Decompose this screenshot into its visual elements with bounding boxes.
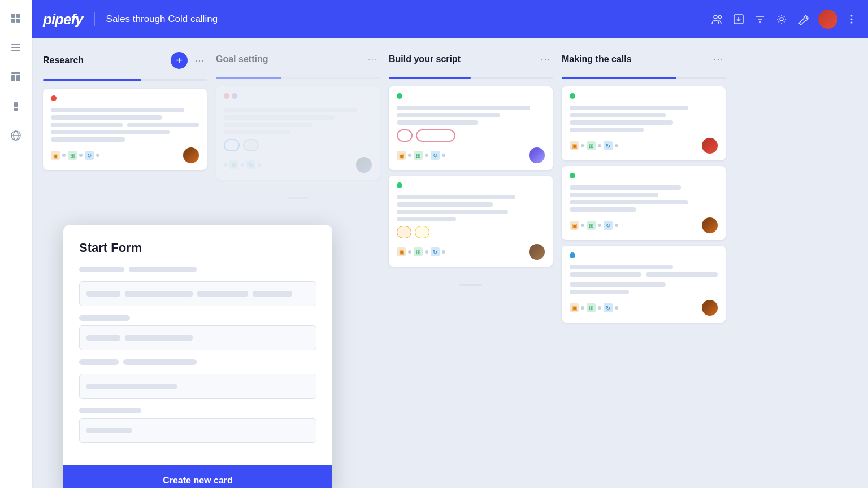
- card-action-icon[interactable]: ↻: [604, 141, 613, 150]
- form-input-3[interactable]: [79, 374, 316, 399]
- card-dot-green: [570, 173, 575, 178]
- add-card-research-button[interactable]: +: [171, 52, 188, 69]
- card-goal-1[interactable]: ⊞ ↻: [216, 86, 380, 180]
- card-action-icon[interactable]: ▣: [397, 247, 406, 256]
- dot: [598, 306, 601, 310]
- svg-rect-4: [11, 44, 20, 45]
- card-line: [397, 113, 500, 117]
- card-line: [397, 202, 493, 207]
- input-placeholder: [125, 335, 193, 341]
- card-action-icon[interactable]: ⊞: [587, 221, 596, 230]
- filter-icon[interactable]: [754, 13, 766, 25]
- card-action-icon[interactable]: ↻: [431, 247, 440, 256]
- modal-body: Start Form: [63, 225, 332, 465]
- form-input-1[interactable]: [79, 281, 316, 306]
- sidebar-item-globe[interactable]: [7, 127, 25, 145]
- column-more-calls[interactable]: ⋯: [711, 52, 726, 67]
- form-field-2: [79, 315, 316, 350]
- card-action-icon[interactable]: ⊞: [414, 247, 423, 256]
- column-header-research: Research + ⋯: [43, 50, 207, 73]
- card-action-icon[interactable]: ⊞: [587, 303, 596, 312]
- card-dot: [224, 93, 229, 99]
- field-label-bar: [79, 408, 141, 413]
- card-action-icon[interactable]: ⊞: [414, 151, 423, 160]
- form-input-2[interactable]: [79, 325, 316, 350]
- card-calls-3[interactable]: ▣ ⊞ ↻: [562, 246, 726, 323]
- column-progress-goal: [216, 77, 380, 79]
- user-avatar[interactable]: [818, 10, 837, 29]
- input-placeholder: [197, 291, 248, 297]
- more-options-icon[interactable]: [847, 14, 857, 24]
- card-research-1[interactable]: ▣ ⊞ ↻: [43, 89, 207, 170]
- card-calls-1[interactable]: ▣ ⊞ ↻: [562, 86, 726, 160]
- column-more-goal[interactable]: ⋯: [365, 52, 380, 67]
- input-placeholder: [86, 428, 132, 433]
- card-action-icon[interactable]: ▣: [397, 151, 406, 160]
- dot: [581, 144, 584, 147]
- dot: [615, 224, 618, 227]
- input-placeholder: [253, 291, 292, 297]
- field-label-bar: [123, 359, 197, 365]
- dot: [442, 250, 445, 254]
- sidebar-item-list[interactable]: [7, 38, 25, 56]
- sidebar-item-bot[interactable]: [7, 97, 25, 115]
- svg-rect-11: [14, 102, 18, 103]
- input-placeholder: [125, 291, 193, 297]
- card-action-icon[interactable]: ↻: [604, 303, 613, 312]
- dot: [581, 306, 584, 310]
- card-line: [397, 195, 515, 199]
- board-title: Sales through Cold calling: [106, 14, 218, 25]
- import-icon[interactable]: [732, 13, 745, 25]
- card-action-icon[interactable]: ⊞: [587, 141, 596, 150]
- card-action-icon[interactable]: ↻: [604, 221, 613, 230]
- field-label-row-3: [79, 359, 316, 369]
- card-action-icon[interactable]: ▣: [570, 141, 579, 150]
- card-dot-green: [397, 182, 402, 188]
- card-line: [224, 123, 313, 127]
- card-calls-2[interactable]: ▣ ⊞ ↻: [562, 166, 726, 240]
- input-placeholder: [86, 384, 177, 389]
- card-footer: ▣ ⊞ ↻: [51, 147, 199, 163]
- form-input-4[interactable]: [79, 418, 316, 443]
- column-actions-script: ⋯: [538, 52, 553, 67]
- card-icons: ▣ ⊞ ↻: [570, 303, 618, 312]
- card-action-icon[interactable]: ⊞: [229, 160, 238, 169]
- card-footer: ▣ ⊞ ↻: [570, 300, 718, 316]
- card-script-2[interactable]: ▣ ⊞ ↻: [389, 176, 553, 267]
- card-dot-green: [570, 93, 575, 99]
- card-action-icon[interactable]: ▣: [51, 151, 60, 160]
- users-icon[interactable]: [711, 13, 723, 25]
- card-line: [51, 137, 125, 142]
- modal-footer: Create new card: [63, 465, 332, 488]
- form-field-4: [79, 408, 316, 443]
- field-label-bar: [79, 315, 130, 321]
- field-label-bar: [79, 359, 119, 365]
- svg-point-21: [851, 19, 853, 20]
- column-more-script[interactable]: ⋯: [538, 52, 553, 67]
- sidebar-item-table[interactable]: [7, 68, 25, 86]
- card-action-icon[interactable]: ▣: [570, 303, 579, 312]
- field-label-bar: [129, 267, 197, 272]
- card-action-icon[interactable]: ↻: [85, 151, 94, 160]
- card-line: [570, 113, 666, 117]
- card-script-1[interactable]: ▣ ⊞ ↻: [389, 86, 553, 170]
- field-label-row-1: [79, 267, 316, 277]
- card-dot-blue: [570, 252, 575, 258]
- sidebar-item-grid[interactable]: [7, 9, 25, 27]
- dot-separator: [79, 154, 83, 157]
- wrench-icon[interactable]: [797, 13, 809, 25]
- card-avatar: [702, 300, 718, 316]
- card-line: [224, 108, 357, 112]
- card-line: [570, 185, 681, 190]
- card-line: [570, 193, 658, 197]
- card-action-icon[interactable]: ▣: [570, 221, 579, 230]
- settings-icon[interactable]: [775, 13, 788, 25]
- column-build-script: Build your script ⋯: [389, 50, 553, 477]
- card-action-icon[interactable]: ↻: [431, 151, 440, 160]
- card-line: [224, 115, 335, 120]
- card-action-icon[interactable]: ↻: [246, 160, 255, 169]
- column-more-research[interactable]: ⋯: [192, 53, 207, 68]
- create-new-card-button[interactable]: Create new card: [79, 476, 316, 486]
- card-action-icon[interactable]: ⊞: [68, 151, 77, 160]
- column-title-research: Research: [43, 55, 84, 66]
